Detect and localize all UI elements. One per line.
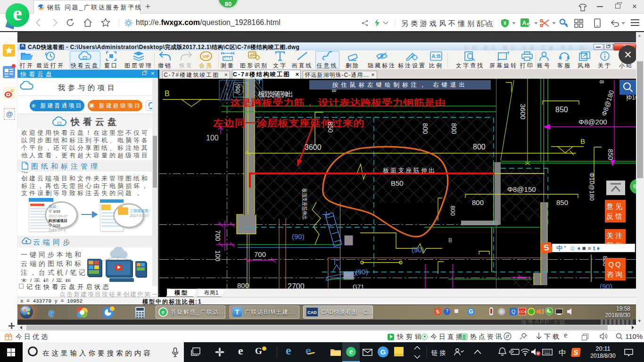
- svg-text:板面支座筋伸出: 板面支座筋伸出: [383, 167, 435, 174]
- svg-text:800: 800: [472, 198, 484, 206]
- svg-text:G71: G71: [353, 283, 364, 288]
- svg-text:这是跨板受力筋， 设计表达跨板受力钢筋是由: 这是跨板受力筋， 设计表达跨板受力钢筋是由: [230, 98, 446, 107]
- svg-text:B: B: [448, 237, 452, 244]
- svg-text:800: 800: [473, 143, 486, 151]
- svg-text:850: 850: [555, 106, 568, 114]
- svg-text:板面支座筋伸出: 板面支座筋伸出: [257, 90, 293, 98]
- svg-text:A: A: [522, 20, 527, 26]
- svg-text:3600: 3600: [519, 104, 527, 119]
- svg-text:¥: ¥: [504, 20, 507, 26]
- svg-text:B: B: [165, 90, 170, 98]
- svg-text:850: 850: [556, 198, 568, 206]
- svg-text:700: 700: [254, 250, 266, 258]
- svg-text:800: 800: [421, 123, 429, 134]
- svg-text:(90): (90): [234, 83, 241, 93]
- svg-text:(90): (90): [600, 282, 612, 288]
- svg-text:Φ8@150: Φ8@150: [507, 185, 536, 193]
- svg-text:Φ10@180: Φ10@180: [588, 173, 595, 201]
- svg-text:(90): (90): [355, 268, 368, 276]
- svg-text:800: 800: [449, 206, 456, 216]
- svg-text:Φ8@200: Φ8@200: [578, 118, 607, 126]
- svg-text:2700: 2700: [288, 282, 305, 288]
- svg-text:A:B: A:B: [431, 53, 441, 59]
- svg-text:8: 8: [598, 80, 605, 83]
- svg-text:B50: B50: [391, 179, 404, 187]
- svg-text:Φ10: Φ10: [627, 94, 636, 101]
- svg-text:板面支座筋伸出: 板面支座筋伸出: [301, 188, 308, 220]
- svg-text:(90): (90): [412, 246, 424, 254]
- svg-text:850: 850: [327, 122, 334, 133]
- svg-text:700: 700: [214, 230, 222, 241]
- svg-text:Φ8@180: Φ8@180: [600, 89, 616, 117]
- svg-text:100: 100: [214, 250, 222, 262]
- svg-text:左边同一涂层板支座延伸过来的: 左边同一涂层板支座延伸过来的: [213, 118, 364, 128]
- svg-text:800: 800: [237, 281, 249, 288]
- svg-text:850: 850: [607, 149, 614, 160]
- svg-text:800: 800: [450, 123, 458, 134]
- svg-text:(90): (90): [292, 232, 305, 240]
- svg-text:B: B: [580, 137, 585, 145]
- svg-text:VIP: VIP: [203, 54, 210, 59]
- svg-text:100: 100: [206, 134, 219, 142]
- svg-text:3600: 3600: [305, 143, 322, 151]
